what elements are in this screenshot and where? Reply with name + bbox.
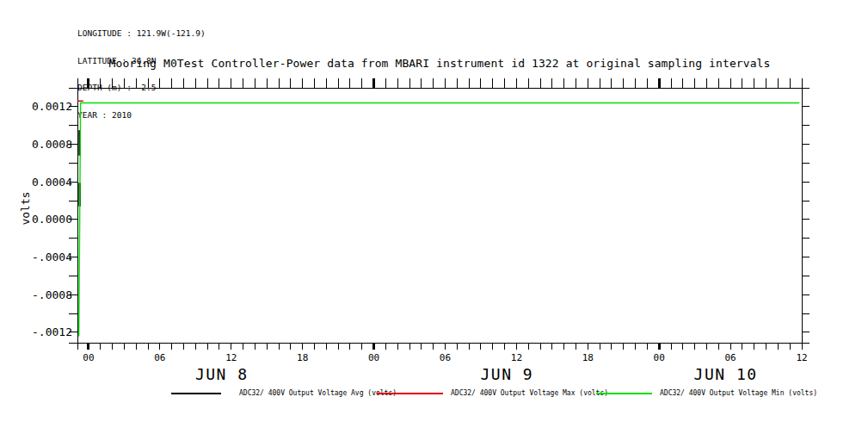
plot-canvas: LONGITUDE : 121.9W(-121.9) LATITUDE : 36… bbox=[0, 0, 868, 434]
y-tick-label: -.0004 bbox=[32, 251, 72, 264]
y-tick-label: 0.0008 bbox=[32, 138, 72, 151]
x-day-label: JUN 9 bbox=[480, 365, 533, 383]
x-tick-label: 18 bbox=[582, 352, 594, 363]
chart-plot-area: 0.00120.00080.00040.0000-.0004-.0008-.00… bbox=[0, 0, 868, 434]
x-tick-label: 06 bbox=[440, 352, 451, 363]
x-tick-label: 00 bbox=[654, 352, 665, 363]
y-tick-label: -.0008 bbox=[32, 288, 72, 301]
series-line-min bbox=[79, 103, 800, 337]
x-day-label: JUN 10 bbox=[694, 365, 758, 383]
legend-label-avg: ADC32/ 400V Output Voltage Avg (volts) bbox=[239, 389, 397, 397]
x-tick-label: 12 bbox=[511, 352, 522, 363]
x-tick-label: 06 bbox=[154, 352, 165, 363]
legend-label-max: ADC32/ 400V Output Voltage Max (volts) bbox=[451, 389, 608, 397]
x-tick-label: 18 bbox=[297, 352, 308, 363]
x-tick-label: 12 bbox=[225, 352, 237, 363]
x-tick-label: 00 bbox=[83, 352, 94, 363]
y-tick-label: 0.0000 bbox=[32, 213, 72, 226]
legend-line-min bbox=[596, 393, 652, 394]
y-tick-label: 0.0012 bbox=[32, 100, 72, 113]
legend-line-max bbox=[377, 393, 443, 394]
x-tick-label: 12 bbox=[796, 352, 807, 363]
y-tick-label: 0.0004 bbox=[32, 176, 72, 189]
legend-line-avg bbox=[171, 393, 221, 394]
x-day-label: JUN 8 bbox=[195, 365, 249, 383]
legend-label-min: ADC32/ 400V Output Voltage Min (volts) bbox=[660, 389, 817, 397]
x-tick-label: 00 bbox=[368, 352, 379, 363]
y-tick-label: -.0012 bbox=[32, 326, 72, 338]
x-tick-label: 06 bbox=[724, 352, 736, 363]
